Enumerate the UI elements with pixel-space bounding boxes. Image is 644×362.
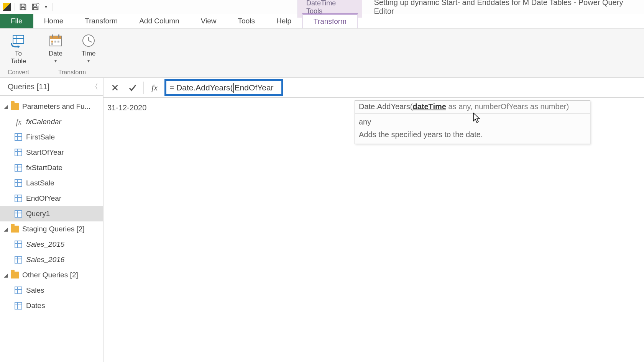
app-icon xyxy=(3,3,11,11)
group-label: Other Queries [2] xyxy=(22,271,78,279)
date-label: Date xyxy=(49,50,62,57)
queries-pane: Queries [11] 〈 ◢ Parameters and Fu... fx… xyxy=(0,78,104,362)
window-title: Setting up dynamic Start- and Enddates f… xyxy=(374,0,644,16)
query-label: Dates xyxy=(26,301,45,310)
formula-text-suffix: EndOfYear xyxy=(235,83,274,92)
save-icon[interactable] xyxy=(19,3,27,11)
query-label: EndOfYear xyxy=(26,194,61,203)
separator xyxy=(15,3,15,11)
time-label: Time xyxy=(81,50,95,57)
query-label: StartOfYear xyxy=(26,148,64,157)
date-button[interactable]: Date ▾ xyxy=(43,31,69,68)
formula-input[interactable]: = Date.AddYears( EndOfYear xyxy=(164,79,283,96)
query-label: LastSale xyxy=(26,179,54,187)
cancel-formula-button[interactable] xyxy=(107,80,123,95)
formula-text-prefix: = Date.AddYears( xyxy=(169,83,233,92)
separator xyxy=(53,3,53,11)
table-icon xyxy=(15,210,22,218)
tooltip-type: any xyxy=(355,114,590,128)
table-icon xyxy=(15,179,22,187)
ribbon-tabs: File Home Transform Add Column View Tool… xyxy=(0,14,644,29)
queries-tree: ◢ Parameters and Fu... fx fxCalendar Fir… xyxy=(0,96,103,316)
query-item-sales[interactable]: Sales xyxy=(0,283,103,298)
separator xyxy=(143,82,144,94)
qat-dropdown-icon[interactable]: ▾ xyxy=(43,4,49,10)
table-icon xyxy=(15,195,22,202)
tab-tools[interactable]: Tools xyxy=(227,14,266,28)
query-item-sales2015[interactable]: Sales_2015 xyxy=(0,237,103,252)
query-item-fxstartdate[interactable]: fxStartDate xyxy=(0,160,103,175)
tab-context-transform[interactable]: Transform xyxy=(302,13,358,28)
table-icon xyxy=(15,241,22,248)
tooltip-sig-rest: as any, numberOfYears as number) xyxy=(446,102,569,111)
fx-icon[interactable]: fx xyxy=(147,80,162,95)
expand-icon: ◢ xyxy=(4,272,11,278)
query-item-startofyear[interactable]: StartOfYear xyxy=(0,145,103,160)
function-icon: fx xyxy=(15,118,23,126)
svg-rect-8 xyxy=(58,34,59,38)
tab-home[interactable]: Home xyxy=(33,14,74,28)
tooltip-description: Adds the specified years to the date. xyxy=(355,128,590,144)
query-group-parameters[interactable]: ◢ Parameters and Fu... xyxy=(0,99,103,114)
calendar-icon xyxy=(47,32,64,49)
table-icon xyxy=(15,133,22,141)
query-label: Query1 xyxy=(26,210,50,218)
clock-icon xyxy=(80,32,97,49)
query-group-other[interactable]: ◢ Other Queries [2] xyxy=(0,267,103,283)
ribbon-group-convert: To Table Convert xyxy=(0,29,37,77)
folder-icon xyxy=(11,272,19,278)
svg-rect-12 xyxy=(51,43,53,45)
query-label: Sales xyxy=(26,286,44,295)
query-item-sales2016[interactable]: Sales_2016 xyxy=(0,252,103,267)
table-icon xyxy=(15,164,22,172)
time-button[interactable]: Time ▾ xyxy=(76,31,102,68)
to-table-button[interactable]: To Table xyxy=(5,31,31,68)
query-label: Sales_2015 xyxy=(26,240,64,249)
formula-bar: fx = Date.AddYears( EndOfYear xyxy=(104,78,644,98)
tooltip-fn-name: Date.AddYears xyxy=(359,102,410,111)
query-group-staging[interactable]: ◢ Staging Queries [2] xyxy=(0,221,103,237)
chevron-down-icon: ▾ xyxy=(87,58,90,64)
query-item-dates[interactable]: Dates xyxy=(0,298,103,313)
collapse-pane-icon[interactable]: 〈 xyxy=(91,82,98,91)
accept-formula-button[interactable] xyxy=(125,80,140,95)
tab-file[interactable]: File xyxy=(0,14,33,28)
svg-point-0 xyxy=(36,3,39,6)
tab-view[interactable]: View xyxy=(190,14,227,28)
tab-add-column[interactable]: Add Column xyxy=(128,14,190,28)
query-item-firstsale[interactable]: FirstSale xyxy=(0,129,103,145)
query-label: fxCalendar xyxy=(26,118,61,126)
table-icon xyxy=(15,149,22,156)
group-label-transform: Transform xyxy=(58,68,86,77)
query-label: FirstSale xyxy=(26,133,55,141)
to-table-icon xyxy=(10,32,27,49)
svg-rect-1 xyxy=(13,35,24,44)
svg-rect-7 xyxy=(52,34,53,38)
ribbon-group-transform: Date ▾ Time ▾ Transform xyxy=(37,29,107,77)
svg-rect-10 xyxy=(54,41,56,43)
folder-icon xyxy=(11,226,19,233)
query-item-endofyear[interactable]: EndOfYear xyxy=(0,191,103,206)
group-label-convert: Convert xyxy=(8,68,29,77)
tab-help[interactable]: Help xyxy=(266,14,302,28)
query-item-lastsale[interactable]: LastSale xyxy=(0,175,103,191)
tab-transform[interactable]: Transform xyxy=(74,14,128,28)
svg-rect-11 xyxy=(58,41,59,43)
table-icon xyxy=(15,287,22,294)
undo-icon[interactable] xyxy=(31,3,39,11)
query-item-query1[interactable]: Query1 xyxy=(0,206,103,221)
tooltip-active-param: dateTime xyxy=(412,102,446,111)
tooltip-signature: Date.AddYears(dateTime as any, numberOfY… xyxy=(355,101,590,114)
table-icon xyxy=(15,302,22,310)
queries-pane-header: Queries [11] 〈 xyxy=(0,78,103,96)
chevron-down-icon: ▾ xyxy=(54,58,57,64)
group-label: Parameters and Fu... xyxy=(22,102,90,111)
svg-rect-6 xyxy=(50,36,61,39)
ribbon-body: To Table Convert xyxy=(0,29,644,78)
query-item-fxcalendar[interactable]: fx fxCalendar xyxy=(0,114,103,129)
query-label: fxStartDate xyxy=(26,164,62,172)
main-content: fx = Date.AddYears( EndOfYear 31-12-2020… xyxy=(104,78,644,362)
intellisense-tooltip: Date.AddYears(dateTime as any, numberOfY… xyxy=(355,100,590,144)
group-label: Staging Queries [2] xyxy=(22,225,85,233)
to-table-label: To Table xyxy=(11,50,26,65)
